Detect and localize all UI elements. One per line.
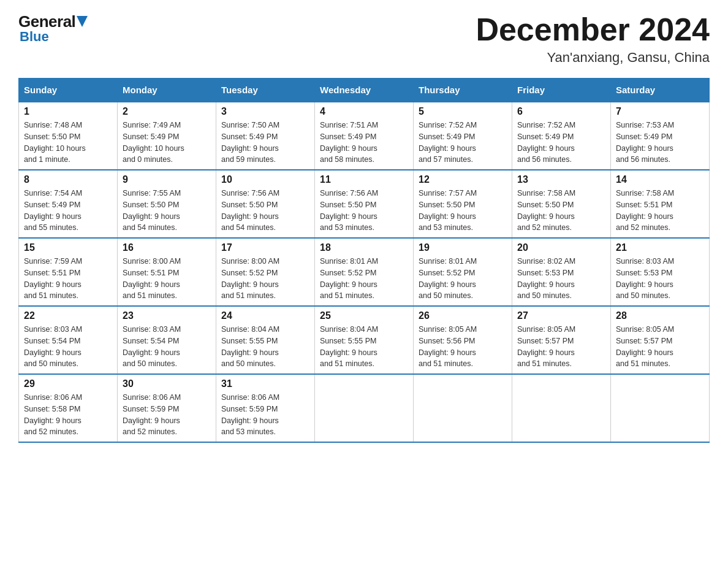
day-info: Sunrise: 7:56 AMSunset: 5:50 PMDaylight:… (221, 188, 309, 234)
day-info: Sunrise: 7:55 AMSunset: 5:50 PMDaylight:… (123, 188, 211, 234)
calendar-cell: 12 Sunrise: 7:57 AMSunset: 5:50 PMDaylig… (414, 170, 512, 238)
calendar-cell: 10 Sunrise: 7:56 AMSunset: 5:50 PMDaylig… (216, 170, 315, 238)
calendar-cell: 11 Sunrise: 7:56 AMSunset: 5:50 PMDaylig… (315, 170, 414, 238)
day-info: Sunrise: 8:04 AMSunset: 5:55 PMDaylight:… (320, 324, 408, 370)
day-number: 11 (320, 174, 408, 185)
calendar-cell: 17 Sunrise: 8:00 AMSunset: 5:52 PMDaylig… (216, 238, 315, 306)
calendar-cell: 7 Sunrise: 7:53 AMSunset: 5:49 PMDayligh… (611, 102, 710, 170)
day-number: 1 (24, 106, 112, 117)
calendar-week-row: 8 Sunrise: 7:54 AMSunset: 5:49 PMDayligh… (19, 170, 710, 238)
day-number: 8 (24, 174, 112, 185)
calendar-cell: 19 Sunrise: 8:01 AMSunset: 5:52 PMDaylig… (414, 238, 512, 306)
day-number: 30 (123, 378, 211, 389)
day-info: Sunrise: 8:03 AMSunset: 5:54 PMDaylight:… (24, 324, 112, 370)
calendar-cell: 26 Sunrise: 8:05 AMSunset: 5:56 PMDaylig… (414, 306, 512, 374)
day-info: Sunrise: 8:00 AMSunset: 5:52 PMDaylight:… (221, 256, 309, 302)
day-number: 28 (616, 310, 704, 321)
day-number: 6 (517, 106, 605, 117)
day-info: Sunrise: 7:58 AMSunset: 5:51 PMDaylight:… (616, 188, 704, 234)
calendar-cell: 14 Sunrise: 7:58 AMSunset: 5:51 PMDaylig… (611, 170, 710, 238)
day-number: 27 (517, 310, 605, 321)
day-info: Sunrise: 7:59 AMSunset: 5:51 PMDaylight:… (24, 256, 112, 302)
calendar-cell: 9 Sunrise: 7:55 AMSunset: 5:50 PMDayligh… (118, 170, 216, 238)
day-info: Sunrise: 7:56 AMSunset: 5:50 PMDaylight:… (320, 188, 408, 234)
logo-blue: Blue (20, 29, 49, 45)
day-number: 17 (221, 242, 309, 253)
calendar-cell: 4 Sunrise: 7:51 AMSunset: 5:49 PMDayligh… (315, 102, 414, 170)
calendar-cell: 6 Sunrise: 7:52 AMSunset: 5:49 PMDayligh… (512, 102, 611, 170)
logo-triangle-icon (77, 16, 88, 27)
day-info: Sunrise: 7:58 AMSunset: 5:50 PMDaylight:… (517, 188, 605, 234)
day-info: Sunrise: 7:54 AMSunset: 5:49 PMDaylight:… (24, 188, 112, 234)
calendar-cell (414, 374, 512, 442)
day-number: 4 (320, 106, 408, 117)
day-info: Sunrise: 8:02 AMSunset: 5:53 PMDaylight:… (517, 256, 605, 302)
day-info: Sunrise: 7:48 AMSunset: 5:50 PMDaylight:… (24, 120, 112, 166)
calendar-cell: 13 Sunrise: 7:58 AMSunset: 5:50 PMDaylig… (512, 170, 611, 238)
calendar-week-row: 1 Sunrise: 7:48 AMSunset: 5:50 PMDayligh… (19, 102, 710, 170)
calendar-cell: 16 Sunrise: 8:00 AMSunset: 5:51 PMDaylig… (118, 238, 216, 306)
header-monday: Monday (118, 79, 216, 102)
calendar-week-row: 22 Sunrise: 8:03 AMSunset: 5:54 PMDaylig… (19, 306, 710, 374)
day-number: 16 (123, 242, 211, 253)
calendar-cell (611, 374, 710, 442)
day-number: 29 (24, 378, 112, 389)
day-number: 15 (24, 242, 112, 253)
calendar-cell: 31 Sunrise: 8:06 AMSunset: 5:59 PMDaylig… (216, 374, 315, 442)
calendar-cell: 28 Sunrise: 8:05 AMSunset: 5:57 PMDaylig… (611, 306, 710, 374)
calendar-cell: 30 Sunrise: 8:06 AMSunset: 5:59 PMDaylig… (118, 374, 216, 442)
day-number: 21 (616, 242, 704, 253)
day-number: 22 (24, 310, 112, 321)
day-info: Sunrise: 8:05 AMSunset: 5:57 PMDaylight:… (616, 324, 704, 370)
day-number: 23 (123, 310, 211, 321)
header-tuesday: Tuesday (216, 79, 315, 102)
day-info: Sunrise: 7:51 AMSunset: 5:49 PMDaylight:… (320, 120, 408, 166)
calendar-table: SundayMondayTuesdayWednesdayThursdayFrid… (18, 78, 710, 443)
calendar-cell: 18 Sunrise: 8:01 AMSunset: 5:52 PMDaylig… (315, 238, 414, 306)
day-info: Sunrise: 8:06 AMSunset: 5:59 PMDaylight:… (123, 392, 211, 438)
calendar-cell (512, 374, 611, 442)
header-wednesday: Wednesday (315, 79, 414, 102)
day-number: 2 (123, 106, 211, 117)
calendar-cell: 23 Sunrise: 8:03 AMSunset: 5:54 PMDaylig… (118, 306, 216, 374)
day-number: 9 (123, 174, 211, 185)
calendar-week-row: 15 Sunrise: 7:59 AMSunset: 5:51 PMDaylig… (19, 238, 710, 306)
day-info: Sunrise: 8:04 AMSunset: 5:55 PMDaylight:… (221, 324, 309, 370)
calendar-cell: 27 Sunrise: 8:05 AMSunset: 5:57 PMDaylig… (512, 306, 611, 374)
day-info: Sunrise: 7:53 AMSunset: 5:49 PMDaylight:… (616, 120, 704, 166)
header-thursday: Thursday (414, 79, 512, 102)
logo: General Blue (18, 12, 88, 45)
calendar-header-row: SundayMondayTuesdayWednesdayThursdayFrid… (19, 79, 710, 102)
day-number: 19 (419, 242, 507, 253)
calendar-cell: 29 Sunrise: 8:06 AMSunset: 5:58 PMDaylig… (19, 374, 118, 442)
calendar-cell: 8 Sunrise: 7:54 AMSunset: 5:49 PMDayligh… (19, 170, 118, 238)
day-number: 18 (320, 242, 408, 253)
day-number: 24 (221, 310, 309, 321)
day-info: Sunrise: 7:52 AMSunset: 5:49 PMDaylight:… (517, 120, 605, 166)
svg-marker-0 (77, 16, 88, 27)
day-info: Sunrise: 7:57 AMSunset: 5:50 PMDaylight:… (419, 188, 507, 234)
calendar-cell: 15 Sunrise: 7:59 AMSunset: 5:51 PMDaylig… (19, 238, 118, 306)
day-number: 3 (221, 106, 309, 117)
day-info: Sunrise: 8:00 AMSunset: 5:51 PMDaylight:… (123, 256, 211, 302)
day-info: Sunrise: 7:52 AMSunset: 5:49 PMDaylight:… (419, 120, 507, 166)
day-number: 20 (517, 242, 605, 253)
calendar-cell: 3 Sunrise: 7:50 AMSunset: 5:49 PMDayligh… (216, 102, 315, 170)
day-info: Sunrise: 8:03 AMSunset: 5:53 PMDaylight:… (616, 256, 704, 302)
day-number: 5 (419, 106, 507, 117)
page-title: December 2024 (476, 12, 710, 47)
calendar-cell: 20 Sunrise: 8:02 AMSunset: 5:53 PMDaylig… (512, 238, 611, 306)
day-number: 14 (616, 174, 704, 185)
header: General Blue December 2024 Yan'anxiang, … (18, 12, 710, 66)
day-number: 26 (419, 310, 507, 321)
day-info: Sunrise: 8:03 AMSunset: 5:54 PMDaylight:… (123, 324, 211, 370)
day-number: 13 (517, 174, 605, 185)
calendar-cell: 24 Sunrise: 8:04 AMSunset: 5:55 PMDaylig… (216, 306, 315, 374)
calendar-week-row: 29 Sunrise: 8:06 AMSunset: 5:58 PMDaylig… (19, 374, 710, 442)
day-info: Sunrise: 8:05 AMSunset: 5:56 PMDaylight:… (419, 324, 507, 370)
calendar-cell: 1 Sunrise: 7:48 AMSunset: 5:50 PMDayligh… (19, 102, 118, 170)
day-number: 31 (221, 378, 309, 389)
header-friday: Friday (512, 79, 611, 102)
day-info: Sunrise: 8:01 AMSunset: 5:52 PMDaylight:… (320, 256, 408, 302)
day-number: 25 (320, 310, 408, 321)
